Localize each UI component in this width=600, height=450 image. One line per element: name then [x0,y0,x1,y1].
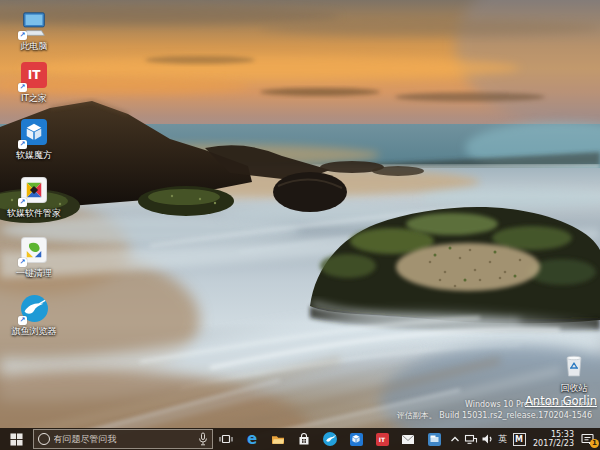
clock-date: 2017/2/23 [533,439,574,448]
ithome-logo-text: IT [28,68,41,82]
network-status-button[interactable] [462,428,479,450]
recycle-bin-label: 回收站 [551,383,597,393]
start-button[interactable] [0,428,33,450]
desktop-icon-qiyu-browser[interactable]: ↗ 旗鱼浏览器 [3,295,65,336]
desktop-icon-ruanmei-mofang[interactable]: ↗ 软媒魔方 [3,119,65,160]
ithome-logo-icon: IT [376,433,389,446]
cortana-circle-icon [38,433,50,445]
task-view-button[interactable] [213,428,239,450]
shortcut-arrow-icon: ↗ [18,198,27,207]
ime-language-button[interactable]: 英 [495,428,510,450]
trash-bin-icon [564,354,584,378]
photographer-credit: Anton Gorlin [525,394,597,408]
swordfish-glyph-icon [325,434,336,445]
desktop-icon-label: 一键清理 [3,268,65,278]
cortana-search-box[interactable] [33,429,213,449]
tray-overflow-button[interactable] [447,428,462,450]
desktop-icon-ithome[interactable]: IT ↗ IT之家 [3,62,65,103]
mail-button[interactable] [395,428,421,450]
desktop-icon-label: 旗鱼浏览器 [3,326,65,336]
task-view-icon [218,431,234,447]
search-input[interactable] [54,434,194,444]
ime-mode-button[interactable]: M [510,428,528,450]
seascape-wallpaper-image [0,0,600,450]
store-bag-icon [296,431,312,447]
ithome-icon: IT ↗ [19,62,49,92]
system-tray: 英 M 15:33 2017/2/23 1 [447,428,600,450]
blue-app-glyph-icon [428,433,441,446]
desktop-icon-label: 软媒魔方 [3,150,65,160]
desktop-icon-this-pc[interactable]: ↗ 此电脑 [3,10,65,51]
windows-logo-icon [10,433,23,446]
cube-icon [350,433,363,446]
speaker-icon [480,431,495,447]
ime-language-label: 英 [498,433,507,446]
edge-browser-button[interactable]: e [239,428,265,450]
chevron-up-icon [448,432,462,446]
ruanmei-mofang-button[interactable] [343,428,369,450]
ithome-button[interactable]: IT [369,428,395,450]
recycle-bin-icon[interactable]: 回收站 [551,354,597,393]
blue-app-icon [428,433,441,446]
ithome-logo-text: IT [379,436,385,443]
taskbar: e [0,428,600,450]
swordfish-icon [323,432,337,446]
shortcut-arrow-icon: ↗ [18,316,27,325]
file-explorer-button[interactable] [265,428,291,450]
desktop-icon-ruanmei-manager[interactable]: ↗ 软媒软件管家 [3,177,65,218]
ime-mode-label: M [513,433,526,446]
mail-envelope-icon [400,431,416,447]
windows-desktop: ↗ 此电脑 IT ↗ IT之家 ↗ 软媒魔方 [0,0,600,450]
edge-icon: e [247,432,257,447]
clock-time: 15:33 [551,430,574,439]
volume-button[interactable] [479,428,495,450]
shortcut-arrow-icon: ↗ [18,83,27,92]
blue-app-button[interactable] [421,428,447,450]
desktop-icon-label: 此电脑 [3,41,65,51]
windows-store-button[interactable] [291,428,317,450]
microphone-icon[interactable] [198,432,208,446]
taskbar-app-buttons: e [213,428,447,450]
ruanmei-manager-icon: ↗ [19,177,49,207]
watermark-build-line: 评估副本。 Build 15031.rs2_release.170204-154… [397,410,592,421]
desktop-icon-label: 软媒软件管家 [3,208,65,218]
this-pc-icon: ↗ [19,10,49,40]
desktop-icon-one-key-clean[interactable]: ↗ 一键清理 [3,237,65,278]
action-center-button[interactable]: 1 [576,428,600,450]
qiyu-browser-button[interactable] [317,428,343,450]
ethernet-network-icon [463,431,479,447]
one-key-clean-icon: ↗ [19,237,49,267]
shortcut-arrow-icon: ↗ [18,140,27,149]
folder-icon [270,431,286,447]
desktop-icon-label: IT之家 [3,93,65,103]
shortcut-arrow-icon: ↗ [18,31,27,40]
pinwheel-icon [24,180,44,200]
white-cube-glyph-icon [351,434,361,444]
shortcut-arrow-icon: ↗ [18,258,27,267]
white-cube-icon [24,122,44,142]
qiyu-browser-icon: ↗ [19,295,49,325]
ruanmei-mofang-icon: ↗ [19,119,49,149]
notification-badge: 1 [590,439,599,448]
clock-button[interactable]: 15:33 2017/2/23 [528,428,576,450]
clean-shapes-icon [24,240,44,260]
